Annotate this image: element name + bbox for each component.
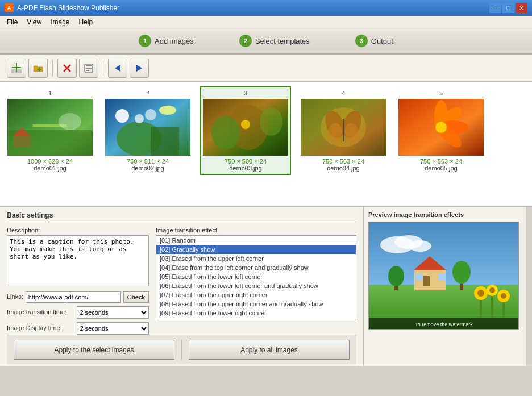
image-number-1: 1 [48,90,52,97]
transition-item-2[interactable]: [02] Gradually show [156,245,356,254]
image-number-4: 4 [342,90,345,97]
image-thumb-2 [105,99,190,156]
preview-area: Preview image transition effects [364,207,526,366]
transition-time-row: Image transition time: 2 seconds [7,306,149,319]
image-dims-2: 750 × 511 × 24 [127,158,169,165]
svg-rect-4 [39,67,40,72]
image-item-4[interactable]: 4 750 × 563 × 24 demo04.jpg [298,86,389,175]
basic-settings-title: Basic settings [7,211,356,222]
transition-item-7[interactable]: [07] Erased from the upper right corner [156,290,356,299]
svg-point-57 [452,261,471,284]
step-1-label: Add images [155,37,194,45]
transition-item-4[interactable]: [04] Erase from the top left corner and … [156,263,356,272]
svg-point-55 [388,266,404,286]
svg-point-29 [260,107,282,136]
svg-rect-51 [423,276,430,286]
description-textarea[interactable] [7,235,149,286]
transition-time-label: Image transition time: [7,309,73,315]
minimize-button[interactable]: — [489,3,501,13]
settings-row: Description: Links: Check Image transiti… [7,227,356,335]
transition-item-6[interactable]: [06] Erased from the lower left corner a… [156,281,356,290]
image-dims-1: 1000 × 626 × 24 [27,158,73,165]
title-bar: A A-PDF Flash Slideshow Publisher — □ ✕ [0,0,532,16]
title-controls[interactable]: — □ ✕ [489,3,527,13]
step-1[interactable]: 1 Add images [139,35,194,47]
image-thumb-4 [301,99,386,156]
image-dims-5: 750 × 563 × 24 [420,158,462,165]
svg-point-24 [145,109,156,120]
image-name-5: demo05.jpg [425,165,458,172]
bottom-section: Basic settings Description: Links: Check… [0,207,532,366]
check-button[interactable]: Check [123,291,149,303]
links-input[interactable] [26,291,121,303]
step-3[interactable]: 3 Output [355,35,393,47]
image-list: 1 1000 × 626 × 24 demo01.jpg 2 [0,82,532,207]
links-row: Links: Check [7,291,149,303]
links-label: Links: [7,293,23,300]
svg-rect-53 [439,273,446,280]
transition-item-3[interactable]: [03] Erased from the upper left corner [156,254,356,263]
apply-select-button[interactable]: Apply to the select images [14,340,174,360]
svg-point-66 [501,293,506,299]
toolbar [0,55,532,82]
title-left: A A-PDF Flash Slideshow Publisher [5,3,119,12]
image-item-3[interactable]: 3 750 × 500 × 24 demo03.jpg [200,86,291,175]
svg-rect-10 [86,70,89,71]
image-name-3: demo03.jpg [229,165,262,172]
svg-point-22 [115,109,129,123]
svg-point-60 [477,290,484,297]
svg-point-43 [435,122,447,133]
apply-divider [181,340,182,360]
image-number-5: 5 [439,90,443,97]
svg-point-63 [489,287,495,293]
display-time-select[interactable]: 2 seconds [77,322,149,335]
svg-point-18 [59,113,81,130]
description-label: Description: [7,227,149,234]
image-dims-4: 750 × 563 × 24 [322,158,364,165]
step-2[interactable]: 2 Select templates [239,35,310,47]
image-name-1: demo01.jpg [34,165,66,172]
transition-item-10[interactable]: [10] Erased from the lower right corner … [156,318,356,320]
transition-item-8[interactable]: [08] Erased from the upper right corner … [156,299,356,309]
svg-rect-52 [415,273,422,280]
image-item-5[interactable]: 5 750 × 563 × 24 demo05.jpg [396,86,487,175]
transition-item-5[interactable]: [05] Erased from the lower left corner [156,272,356,281]
move-left-button[interactable] [108,59,127,78]
image-name-2: demo02.jpg [131,165,164,172]
transition-item-1[interactable]: [01] Random [156,236,356,245]
maximize-button[interactable]: □ [502,3,514,13]
display-time-label: Image Display time: [7,324,73,331]
image-item-2[interactable]: 2 750 × 511 × 24 demo02.jpg [102,86,193,175]
apply-all-button[interactable]: Apply to all images [189,340,350,360]
svg-marker-11 [115,65,120,72]
transition-time-select[interactable]: 2 seconds [77,306,149,319]
menu-file[interactable]: File [2,17,22,27]
menu-view[interactable]: View [22,17,46,27]
move-right-button[interactable] [130,59,149,78]
add-folder-button[interactable] [28,59,48,78]
svg-rect-61 [491,293,493,319]
apply-bar: Apply to the select images Apply to all … [7,335,356,364]
svg-rect-2 [11,69,22,73]
preview-image: To remove the watermark [368,222,519,330]
add-images-button[interactable] [7,59,26,78]
menu-image[interactable]: Image [46,17,74,27]
menu-help[interactable]: Help [74,17,98,27]
preview-svg: To remove the watermark [369,222,519,330]
image-thumb-3 [203,99,288,156]
properties-button[interactable] [79,59,98,78]
remove-button[interactable] [57,59,77,78]
app-title: A-PDF Flash Slideshow Publisher [17,4,119,12]
svg-point-30 [241,120,250,129]
transition-list[interactable]: [01] Random [02] Gradually show [03] Era… [156,235,356,320]
step-3-circle: 3 [355,35,368,47]
svg-text:To remove the watermark: To remove the watermark [415,322,473,327]
image-dims-3: 750 × 500 × 24 [225,158,267,165]
image-item-1[interactable]: 1 1000 × 626 × 24 demo01.jpg [5,86,95,175]
transition-item-9[interactable]: [09] Erased from the lower right corner [156,309,356,318]
toolbar-separator-1 [52,60,53,76]
svg-point-28 [211,116,240,150]
svg-rect-15 [13,136,30,147]
close-button[interactable]: ✕ [516,3,527,13]
app-icon: A [5,3,14,12]
